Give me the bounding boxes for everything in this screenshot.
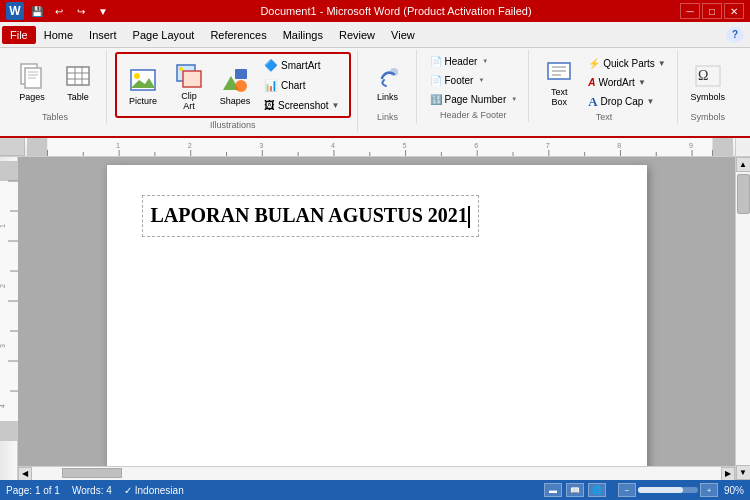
page-number-icon: 🔢 — [430, 94, 442, 105]
menu-insert[interactable]: Insert — [81, 26, 125, 44]
svg-text:Ω: Ω — [698, 68, 708, 83]
svg-rect-26 — [27, 138, 47, 156]
zoom-fill — [638, 487, 683, 493]
vertical-scrollbar: ▲ ▼ — [735, 157, 750, 480]
screenshot-button[interactable]: 🖼 Screenshot ▼ — [259, 96, 345, 114]
menu-view[interactable]: View — [383, 26, 423, 44]
illustrations-buttons: Picture ClipArt — [121, 56, 345, 114]
doc-and-scroll: LAPORAN BULAN AGUSTUS 2021 ◀ ▶ ▲ — [18, 157, 750, 480]
close-button[interactable]: ✕ — [724, 3, 744, 19]
table-button[interactable]: Table — [56, 52, 100, 110]
pages-icon — [18, 62, 46, 90]
menu-file[interactable]: File — [2, 26, 36, 44]
links-button[interactable]: Links — [366, 52, 410, 110]
page-count: Page: 1 of 1 — [6, 485, 60, 496]
quick-parts-arrow: ▼ — [658, 59, 666, 68]
hscroll-right[interactable]: ▶ — [721, 467, 735, 481]
illustrations-group-label: Illustrations — [210, 120, 256, 130]
textbox-label: TextBox — [551, 87, 568, 107]
qat-dropdown[interactable]: ▼ — [94, 3, 112, 19]
header-icon: 📄 — [430, 56, 442, 67]
wordart-icon: A — [588, 77, 595, 88]
svg-text:3: 3 — [259, 142, 263, 150]
ribbon-group-links: Links Links — [360, 50, 417, 124]
qat-redo[interactable]: ↪ — [72, 3, 90, 19]
zoom-out[interactable]: − — [618, 483, 636, 497]
ribbon-group-illustrations: Picture ClipArt — [109, 50, 358, 132]
symbols-group-label: Symbols — [691, 112, 726, 122]
footer-button[interactable]: 📄 Footer — [425, 71, 523, 89]
text-right-col: ⚡ Quick Parts ▼ A WordArt ▼ A Drop Cap ▼ — [583, 54, 671, 110]
vertical-ruler: 1 2 3 4 — [0, 157, 18, 480]
links-buttons: Links — [366, 52, 410, 110]
quick-parts-button[interactable]: ⚡ Quick Parts ▼ — [583, 54, 671, 72]
menu-mailings[interactable]: Mailings — [275, 26, 331, 44]
clip-art-button[interactable]: ClipArt — [167, 56, 211, 114]
svg-rect-14 — [183, 71, 201, 87]
dropcap-label: Drop Cap — [601, 96, 644, 107]
scroll-down-button[interactable]: ▼ — [736, 465, 751, 480]
language-label: Indonesian — [135, 485, 184, 496]
svg-text:9: 9 — [689, 142, 693, 150]
menu-home[interactable]: Home — [36, 26, 81, 44]
menu-review[interactable]: Review — [331, 26, 383, 44]
svg-point-11 — [134, 73, 140, 79]
picture-icon — [129, 66, 157, 94]
minimize-button[interactable]: ─ — [680, 3, 700, 19]
svg-text:4: 4 — [331, 142, 335, 150]
ribbon-group-tables: Pages Table Tables — [4, 50, 107, 124]
zoom-slider[interactable] — [638, 487, 698, 493]
horizontal-ruler: 1 2 3 4 5 6 — [25, 138, 735, 156]
svg-text:1: 1 — [0, 224, 6, 228]
page-number-button[interactable]: 🔢 Page Number — [425, 90, 523, 108]
shapes-button[interactable]: Shapes — [213, 56, 257, 114]
view-web[interactable]: 🌐 — [588, 483, 606, 497]
pages-button[interactable]: Pages — [10, 52, 54, 110]
smartart-button[interactable]: 🔷 SmartArt — [259, 56, 345, 74]
document-text[interactable]: LAPORAN BULAN AGUSTUS 2021 — [142, 195, 479, 237]
menu-bar: File Home Insert Page Layout References … — [0, 22, 750, 48]
wordart-arrow: ▼ — [638, 78, 646, 87]
ribbon-group-symbols: Ω Symbols Symbols — [680, 50, 736, 124]
scroll-track[interactable] — [736, 172, 750, 465]
shapes-icon — [221, 66, 249, 94]
ruler-corner — [0, 138, 25, 156]
document-page: LAPORAN BULAN AGUSTUS 2021 — [107, 165, 647, 466]
links-icon — [374, 62, 402, 90]
dropcap-arrow: ▼ — [646, 97, 654, 106]
symbols-button[interactable]: Ω Symbols — [686, 52, 730, 110]
wordart-button[interactable]: A WordArt ▼ — [583, 73, 671, 91]
pages-label: Pages — [19, 92, 45, 102]
status-left: Page: 1 of 1 Words: 4 ✓ Indonesian — [6, 485, 184, 496]
textbox-button[interactable]: TextBox — [537, 52, 581, 110]
scroll-up-button[interactable]: ▲ — [736, 157, 751, 172]
zoom-control: − + 90% — [618, 483, 744, 497]
horizontal-scrollbar: ◀ ▶ — [18, 466, 735, 480]
clip-art-label: ClipArt — [181, 91, 197, 111]
svg-rect-27 — [47, 138, 712, 156]
qat-undo[interactable]: ↩ — [50, 3, 68, 19]
help-button[interactable]: ? — [726, 27, 744, 43]
qat-save[interactable]: 💾 — [28, 3, 46, 19]
svg-text:2: 2 — [0, 284, 6, 288]
maximize-button[interactable]: □ — [702, 3, 722, 19]
footer-icon: 📄 — [430, 75, 442, 86]
hscroll-track[interactable] — [32, 467, 721, 480]
quick-parts-icon: ⚡ — [588, 58, 600, 69]
zoom-in[interactable]: + — [700, 483, 718, 497]
chart-button[interactable]: 📊 Chart — [259, 76, 345, 94]
hscroll-left[interactable]: ◀ — [18, 467, 32, 481]
menu-page-layout[interactable]: Page Layout — [125, 26, 203, 44]
view-reading[interactable]: 📖 — [566, 483, 584, 497]
svg-rect-58 — [0, 161, 18, 181]
links-label: Links — [377, 92, 398, 102]
tables-group-label: Tables — [42, 112, 68, 122]
menu-references[interactable]: References — [202, 26, 274, 44]
view-normal[interactable]: ▬ — [544, 483, 562, 497]
hscroll-thumb — [62, 468, 122, 478]
picture-button[interactable]: Picture — [121, 56, 165, 114]
proofing-status: ✓ Indonesian — [124, 485, 184, 496]
dropcap-button[interactable]: A Drop Cap ▼ — [583, 92, 671, 110]
header-button[interactable]: 📄 Header — [425, 52, 523, 70]
document-area[interactable]: LAPORAN BULAN AGUSTUS 2021 — [18, 157, 735, 466]
